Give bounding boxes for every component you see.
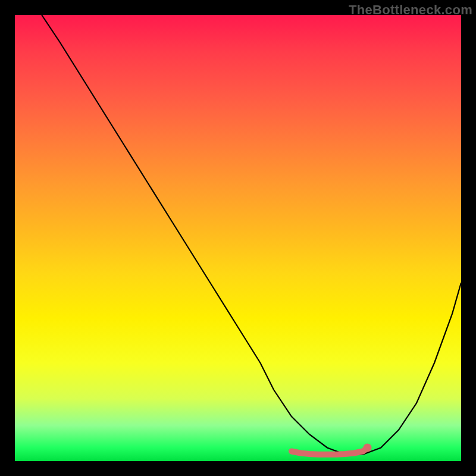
- plot-area: [15, 15, 461, 461]
- bottleneck-curve: [42, 15, 461, 455]
- chart-container: TheBottleneck.com: [0, 0, 476, 476]
- optimal-marker-dot: [364, 444, 372, 452]
- chart-svg: [15, 15, 461, 461]
- watermark-text: TheBottleneck.com: [349, 2, 472, 18]
